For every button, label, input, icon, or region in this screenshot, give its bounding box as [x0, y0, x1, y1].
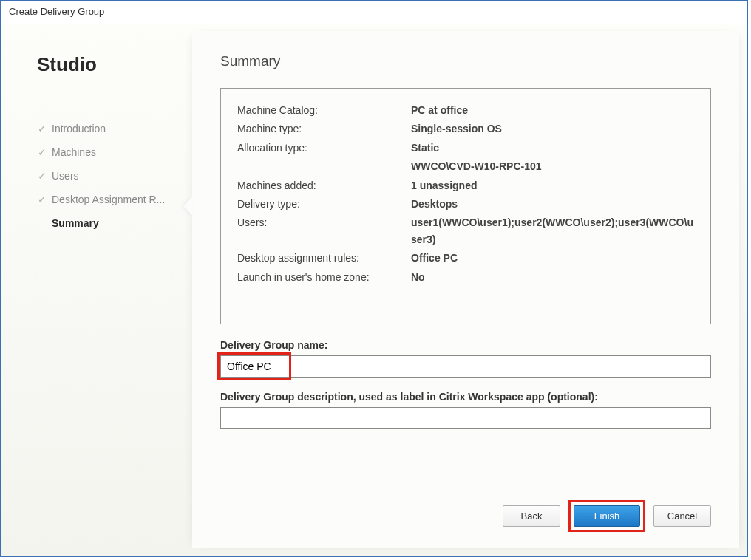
name-field-block: Delivery Group name: — [220, 339, 711, 378]
check-icon: ✓ — [37, 194, 47, 205]
main-panel: Summary Machine Catalog: PC at office Ma… — [192, 31, 739, 548]
summary-row: Delivery type: Desktops — [237, 196, 694, 212]
summary-row: Desktop assignment rules: Office PC — [237, 250, 694, 266]
row-value: Single-session OS — [411, 120, 694, 137]
back-button[interactable]: Back — [503, 505, 560, 527]
row-label: Machines added: — [237, 177, 411, 194]
content-area: Studio ✓ Introduction ✓ Machines ✓ Users — [1, 24, 747, 556]
delivery-group-desc-input[interactable] — [220, 407, 711, 429]
row-label: Delivery type: — [237, 196, 411, 212]
row-value: PC at office — [411, 102, 694, 118]
summary-row: Allocation type: Static — [237, 140, 694, 156]
desc-field-block: Delivery Group description, used as labe… — [220, 391, 711, 429]
check-icon: ✓ — [37, 171, 47, 181]
row-value: WWCO\CVD-W10-RPC-101 — [411, 158, 694, 174]
row-value: Desktops — [411, 196, 694, 212]
summary-row: WWCO\CVD-W10-RPC-101 — [237, 158, 694, 174]
step-label: Desktop Assignment R... — [52, 194, 165, 205]
step-machines[interactable]: ✓ Machines — [37, 140, 185, 164]
step-users[interactable]: ✓ Users — [37, 164, 185, 188]
step-label: Summary — [52, 217, 99, 229]
summary-row: Machine type: Single-session OS — [237, 120, 694, 137]
summary-box: Machine Catalog: PC at office Machine ty… — [220, 88, 711, 324]
summary-row: Users: user1(WWCO\user1);user2(WWCO\user… — [237, 214, 694, 247]
name-label: Delivery Group name: — [220, 339, 711, 351]
step-summary[interactable]: ✓ Summary — [37, 211, 185, 235]
row-value: No — [411, 269, 694, 285]
row-label: Users: — [237, 214, 411, 247]
window-title: Create Delivery Group — [9, 6, 104, 17]
row-label — [237, 158, 411, 174]
summary-row: Machine Catalog: PC at office — [237, 102, 694, 118]
step-label: Users — [52, 170, 79, 182]
step-desktop-assignment[interactable]: ✓ Desktop Assignment R... — [37, 188, 185, 211]
sidebar: Studio ✓ Introduction ✓ Machines ✓ Users — [9, 31, 192, 548]
title-bar: Create Delivery Group — [1, 1, 747, 24]
summary-row: Launch in user's home zone: No — [237, 269, 694, 285]
step-introduction[interactable]: ✓ Introduction — [37, 117, 185, 140]
row-value: Static — [411, 140, 694, 156]
finish-button[interactable]: Finish — [574, 505, 640, 527]
dialog-window: Create Delivery Group Studio ✓ Introduct… — [0, 0, 748, 557]
button-row: Back Finish Cancel — [503, 502, 711, 530]
row-label: Allocation type: — [237, 140, 411, 156]
step-list: ✓ Introduction ✓ Machines ✓ Users ✓ Desk… — [37, 117, 185, 235]
delivery-group-name-input[interactable] — [220, 355, 711, 378]
cancel-button[interactable]: Cancel — [653, 505, 711, 527]
row-value: 1 unassigned — [411, 177, 694, 194]
row-value: user1(WWCO\user1);user2(WWCO\user2);user… — [411, 214, 694, 247]
desc-label: Delivery Group description, used as labe… — [220, 391, 711, 403]
step-label: Introduction — [52, 123, 106, 134]
page-heading: Summary — [220, 53, 711, 69]
row-value: Office PC — [411, 250, 694, 266]
brand-title: Studio — [37, 53, 185, 76]
check-icon: ✓ — [37, 147, 47, 157]
row-label: Machine type: — [237, 120, 411, 137]
row-label: Launch in user's home zone: — [237, 269, 411, 285]
row-label: Desktop assignment rules: — [237, 250, 411, 266]
summary-row: Machines added: 1 unassigned — [237, 177, 694, 194]
check-icon: ✓ — [37, 123, 47, 134]
step-label: Machines — [52, 146, 96, 158]
row-label: Machine Catalog: — [237, 102, 411, 118]
